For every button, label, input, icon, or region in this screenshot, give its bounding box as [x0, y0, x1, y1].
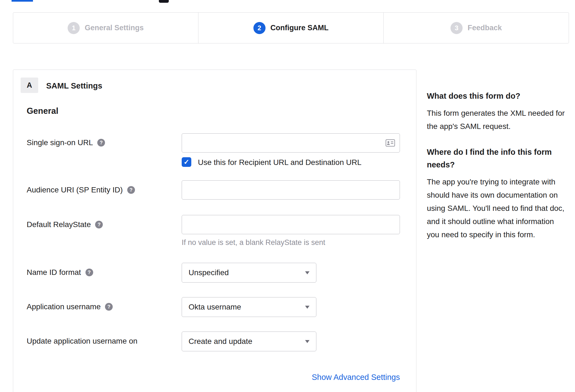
recipient-url-checkbox[interactable]: ✓: [182, 157, 191, 167]
sidebar-body-what: This form generates the XML needed for t…: [427, 107, 566, 133]
application-username-label-text: Application username: [27, 302, 101, 311]
update-username-value: Create and update: [189, 337, 252, 346]
sso-url-input[interactable]: [182, 133, 400, 153]
name-id-format-select[interactable]: Unspecified: [182, 263, 316, 283]
name-id-format-label: Name ID format ?: [27, 268, 93, 277]
step-number-badge: 2: [253, 22, 266, 34]
application-username-select[interactable]: Okta username: [182, 297, 316, 317]
name-id-format-label-text: Name ID format: [27, 268, 81, 277]
name-id-format-value: Unspecified: [189, 268, 229, 277]
cropped-header-fragment: [159, 0, 169, 3]
sidebar-heading-where: Where do I find the info this form needs…: [427, 146, 566, 171]
saml-settings-panel: A SAML Settings General Single sign-on U…: [13, 70, 416, 392]
audience-uri-label-text: Audience URI (SP Entity ID): [27, 186, 123, 194]
recipient-url-checkbox-label[interactable]: Use this for Recipient URL and Destinati…: [198, 158, 361, 167]
application-username-label: Application username ?: [27, 302, 113, 311]
sso-url-input-wrap: [182, 133, 400, 153]
sidebar-heading-what: What does this form do?: [427, 90, 566, 102]
relay-state-hint: If no value is set, a blank RelayState i…: [182, 238, 325, 247]
audience-uri-input[interactable]: [182, 180, 400, 200]
step-number-badge: 1: [68, 22, 80, 34]
relay-state-input[interactable]: [182, 215, 400, 234]
audience-uri-input-wrap: [182, 180, 400, 200]
sso-url-label: Single sign-on URL ?: [27, 138, 105, 147]
step-general-settings[interactable]: 1 General Settings: [13, 13, 198, 43]
sidebar-body-where: The app you're trying to integrate with …: [427, 175, 566, 241]
insert-variable-icon[interactable]: [386, 139, 395, 147]
update-username-label: Update application username on: [27, 337, 137, 346]
update-username-select[interactable]: Create and update: [182, 332, 316, 351]
show-advanced-settings-link[interactable]: Show Advanced Settings: [312, 373, 400, 382]
section-a-badge: A: [21, 78, 38, 93]
checkmark-icon: ✓: [184, 158, 189, 166]
step-label: General Settings: [85, 24, 144, 32]
chevron-down-icon: [305, 340, 309, 343]
relay-state-input-wrap: [182, 215, 400, 234]
update-username-label-text: Update application username on: [27, 337, 137, 346]
application-username-value: Okta username: [189, 303, 241, 311]
help-icon[interactable]: ?: [105, 303, 113, 311]
wizard-stepper: 1 General Settings 2 Configure SAML 3 Fe…: [13, 12, 569, 43]
cropped-header-fragment: [12, 0, 33, 2]
relay-state-label-text: Default RelayState: [27, 220, 91, 229]
step-label: Configure SAML: [270, 24, 328, 32]
step-feedback[interactable]: 3 Feedback: [383, 13, 569, 43]
audience-uri-label: Audience URI (SP Entity ID) ?: [27, 186, 135, 194]
panel-title: SAML Settings: [46, 81, 102, 90]
general-section-title: General: [27, 106, 58, 116]
step-label: Feedback: [468, 24, 502, 32]
chevron-down-icon: [305, 306, 309, 309]
help-icon[interactable]: ?: [97, 139, 105, 147]
help-icon[interactable]: ?: [127, 186, 135, 194]
chevron-down-icon: [305, 271, 309, 274]
step-number-badge: 3: [450, 22, 463, 34]
step-configure-saml[interactable]: 2 Configure SAML: [198, 13, 383, 43]
relay-state-label: Default RelayState ?: [27, 220, 103, 229]
help-icon[interactable]: ?: [95, 221, 103, 228]
sso-url-label-text: Single sign-on URL: [27, 138, 93, 147]
help-icon[interactable]: ?: [85, 269, 93, 276]
help-sidebar: What does this form do? This form genera…: [427, 90, 566, 254]
